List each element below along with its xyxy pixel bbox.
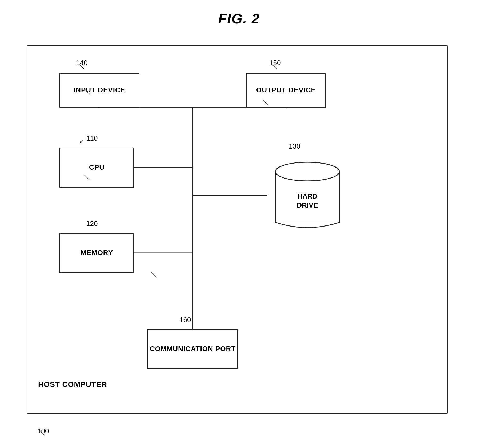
input-device-box: INPUT DEVICE [59,73,139,108]
output-device-label: OUTPUT DEVICE [256,86,316,95]
ref-120: 120 [86,220,98,228]
ref-110-tick: ↙ [79,138,84,145]
memory-box: MEMORY [59,233,134,273]
ref-140: 140 [76,59,87,67]
comm-port-box: COMMUNICATION PORT [147,329,238,369]
ref-100: 100 [37,427,49,435]
svg-point-9 [275,162,339,181]
cpu-box: CPU [59,148,134,188]
page-title: FIG. 2 [0,0,478,27]
comm-port-label: COMMUNICATION PORT [150,344,236,354]
output-device-box: OUTPUT DEVICE [246,73,326,108]
ref-130: 130 [289,142,300,150]
cpu-label: CPU [89,163,105,172]
hard-drive-container: HARD DRIVE [267,158,347,233]
host-computer-box: INPUT DEVICE OUTPUT DEVICE CPU MEMORY CO… [27,45,448,414]
ref-150: 150 [269,59,281,67]
input-device-label: INPUT DEVICE [74,86,125,95]
host-computer-label: HOST COMPUTER [38,380,107,389]
ref-110: 110 [86,134,98,142]
hard-drive-label: HARD DRIVE [287,192,327,210]
ref-160: 160 [179,316,191,324]
memory-label: MEMORY [81,248,113,257]
